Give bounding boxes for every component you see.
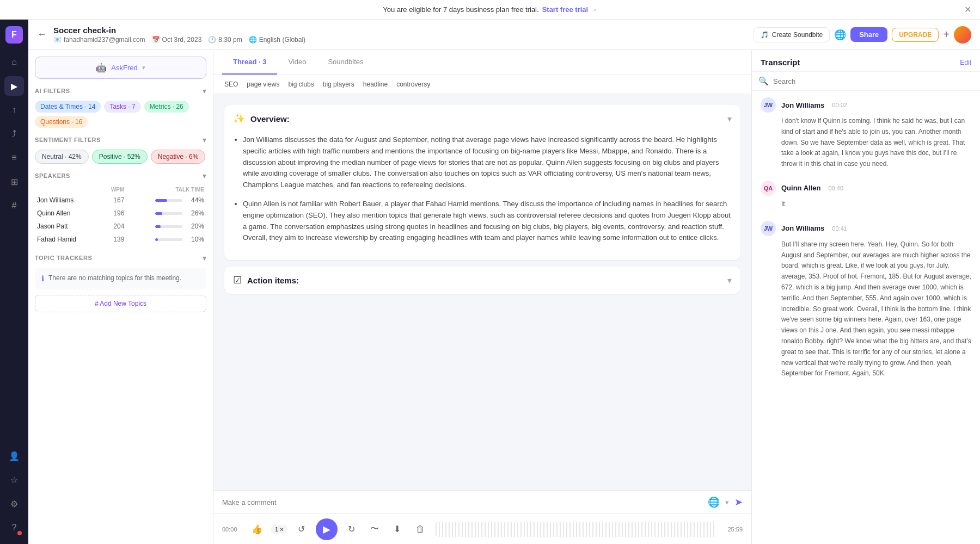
nav-home-icon[interactable]: ⌂ [4,52,24,72]
topic-trackers-section-header: TOPIC TRACKERS ▾ [35,254,206,262]
nav-hashtag-icon[interactable]: # [4,196,24,215]
tab-video[interactable]: Video [277,50,317,75]
comment-box: 🌐 ▾ ➤ [213,490,751,514]
play-pause-button[interactable]: ▶ [316,518,338,540]
header-actions: 🎵 Create Soundbite 🌐 Share UPGRADE + [754,26,971,44]
askfred-button[interactable]: 🤖 AskFred ▾ [35,57,206,79]
nav-activity-icon[interactable]: ↑ [4,100,24,120]
tab-thread[interactable]: Thread · 3 [222,50,277,75]
nav-star-icon[interactable]: ☆ [4,470,24,490]
speaker-wpm: 139 [100,233,127,246]
nav-share-icon[interactable]: ⤴ [4,124,24,144]
filter-metrics[interactable]: Metrics · 26 [144,101,189,113]
transcript-search-input[interactable] [773,77,973,85]
nav-people-icon[interactable]: 👤 [4,446,24,466]
tag-big-clubs[interactable]: big clubs [286,79,316,89]
comment-chevron-icon[interactable]: ▾ [725,498,729,506]
left-nav: F ⌂ ▶ ↑ ⤴ ≡ ⊞ # 👤 ☆ ⚙ ? [0,20,28,544]
nav-meetings-icon[interactable]: ▶ [4,76,24,96]
transcript-speaker-row: JW Jon Williams 00:02 [761,97,971,113]
nav-help-icon[interactable]: ? [4,518,24,537]
topic-empty-text: There are no matching topics for this me… [48,274,181,282]
overview-card-header[interactable]: ✨ Overview: ▾ [224,105,740,132]
email-icon: 📧 [53,36,62,44]
sentiment-negative[interactable]: Negative · 6% [151,150,206,164]
info-icon: ℹ [41,274,44,283]
tag-seo[interactable]: SEO [222,79,240,89]
calendar-icon: 📅 [152,36,160,44]
meeting-email: 📧 fahadhamid237@gmail.com [53,36,145,44]
nav-grid-icon[interactable]: ⊞ [4,172,24,191]
waveform-button[interactable]: 〜 [366,521,383,538]
action-items-header[interactable]: ☑ Action items: ▾ [224,267,740,294]
comment-input[interactable] [222,498,702,506]
ai-filters-title: AI FILTERS [35,88,70,94]
top-banner: You are eligible for 7 days business pla… [0,0,980,20]
speaker-wpm: 167 [100,194,127,207]
download-button[interactable]: ⬇ [389,521,406,538]
meeting-header: ← Soccer check-in 📧 fahadhamid237@gmail.… [28,20,980,50]
tag-controversy[interactable]: controversy [394,79,432,89]
speaker-avatar: QA [761,181,776,196]
total-time: 25:59 [723,526,743,533]
speaker-talk-time: 20% [126,220,206,233]
speakers-table: WPM TALK TIME Jon Williams 167 44% Quinn… [35,186,206,246]
comment-globe-icon[interactable]: 🌐 [708,496,720,508]
topic-empty-state: ℹ There are no matching topics for this … [35,268,206,289]
action-items-chevron-icon: ▾ [727,275,732,286]
tag-big-players[interactable]: big players [321,79,357,89]
tag-page-views[interactable]: page views [244,79,281,89]
sentiment-filters-title: SENTIMENT FILTERS [35,137,101,143]
speaker-talk-time: 10% [126,233,206,246]
add-button[interactable]: + [943,28,950,41]
forward-button[interactable]: ↻ [343,521,360,538]
transcript-title: Transcript [761,58,800,67]
rewind-button[interactable]: ↺ [293,521,310,538]
translate-icon[interactable]: 🌐 [834,29,846,41]
sentiment-positive[interactable]: Positive · 52% [92,150,148,164]
topic-trackers-title: TOPIC TRACKERS [35,255,92,261]
filter-tasks[interactable]: Tasks · 7 [104,101,140,113]
tag-headline[interactable]: headline [361,79,390,89]
overview-body: Jon Williams discusses the data for Augu… [224,132,740,260]
nav-layers-icon[interactable]: ≡ [4,148,24,168]
speaker-name: Jason Patt [35,220,100,233]
speaker-avatar: JW [761,97,776,113]
ai-filters-toggle[interactable]: ▾ [203,86,206,95]
delete-button[interactable]: 🗑 [412,521,429,538]
close-banner-button[interactable]: ✕ [964,4,971,15]
speaker-name-label: Jon Williams [781,101,824,109]
sentiment-filters-toggle[interactable]: ▾ [203,135,206,144]
share-button[interactable]: Share [850,27,887,42]
app-logo[interactable]: F [5,26,23,44]
upgrade-button[interactable]: UPGRADE [892,28,939,42]
send-comment-button[interactable]: ➤ [734,496,743,508]
speed-badge[interactable]: 1 × [271,525,287,534]
overview-title: Overview: [250,114,290,123]
speaker-name: Quinn Allen [35,207,100,220]
sentiment-filters-section-header: SENTIMENT FILTERS ▾ [35,135,206,144]
speakers-toggle[interactable]: ▾ [203,171,206,180]
start-trial-link[interactable]: Start free trial → [542,5,597,14]
create-soundbite-button[interactable]: 🎵 Create Soundbite [754,27,830,42]
thumbs-up-button[interactable]: 👍 [248,521,266,538]
speaker-name: Jon Williams [35,194,100,207]
add-topic-button[interactable]: # Add New Topics [35,295,206,312]
banner-text: You are eligible for 7 days business pla… [383,5,538,14]
action-items-title: Action items: [247,276,299,285]
meeting-title: Soccer check-in [53,26,747,35]
transcript-edit-button[interactable]: Edit [960,59,971,66]
nav-settings-icon[interactable]: ⚙ [4,494,24,514]
user-avatar[interactable] [954,26,971,44]
table-row: Fahad Hamid 139 10% [35,233,206,246]
sentiment-neutral[interactable]: Neutral · 42% [35,150,89,164]
topic-trackers-toggle[interactable]: ▾ [203,254,206,262]
filter-dates-times[interactable]: Dates & Times · 14 [35,101,101,113]
filter-questions[interactable]: Questions · 16 [35,116,88,128]
tab-soundbites[interactable]: Soundbites [317,50,374,75]
speaker-wpm: 204 [100,220,127,233]
overview-chevron-icon: ▾ [727,114,732,124]
speaker-wpm: 196 [100,207,127,220]
chevron-down-icon: ▾ [142,64,145,71]
back-button[interactable]: ← [37,29,47,40]
